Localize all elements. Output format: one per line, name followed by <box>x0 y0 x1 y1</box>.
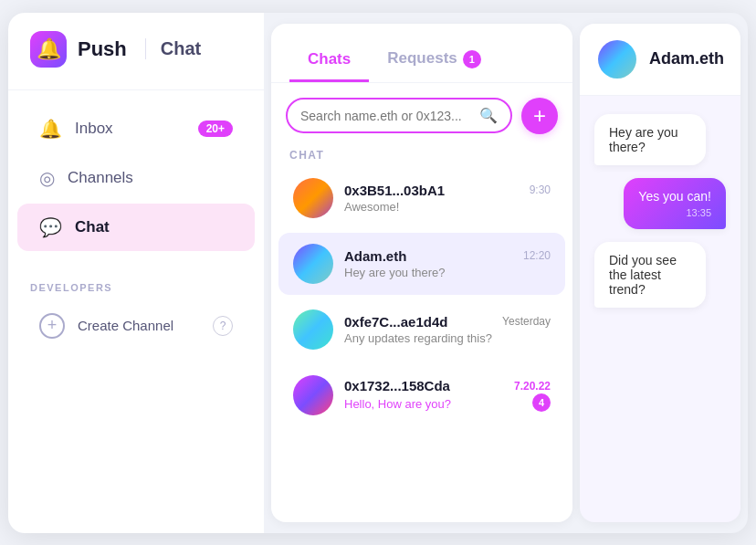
sidebar-item-label: Channels <box>68 169 233 187</box>
contact-avatar <box>598 40 636 79</box>
sidebar: 🔔 Push Chat 🔔 Inbox 20+ ◎ Channels 💬 Cha… <box>8 13 264 533</box>
developers-section-label: DEVELOPERS <box>8 266 264 300</box>
requests-label: Requests <box>387 49 457 67</box>
message-meta: 13:35 <box>638 207 711 218</box>
avatar <box>293 178 333 218</box>
chat-name-row: 0x1732...158Cda 7.20.22 <box>344 378 551 393</box>
tab-requests[interactable]: Requests1 <box>369 42 499 82</box>
contact-name: Adam.eth <box>649 49 724 68</box>
chat-name: 0xfe7C...ae1d4d <box>344 314 447 330</box>
chat-time: 9:30 <box>530 183 551 196</box>
search-row: 🔍 + <box>271 83 572 141</box>
sidebar-nav: 🔔 Inbox 20+ ◎ Channels 💬 Chat <box>8 90 264 266</box>
chat-list-panel: Chats Requests1 🔍 + CHAT 0x3B51...03bA1 … <box>271 24 572 522</box>
sidebar-item-chat[interactable]: 💬 Chat <box>17 204 255 251</box>
sidebar-item-inbox[interactable]: 🔔 Inbox 20+ <box>17 105 255 152</box>
logo-icon: 🔔 <box>30 31 67 68</box>
messages-area: Hey are you there? Yes you can! 13:35 Di… <box>580 96 740 522</box>
chat-list-item[interactable]: 0x3B51...03bA1 9:30 Awesome! <box>278 167 565 229</box>
chat-info: 0x3B51...03bA1 9:30 Awesome! <box>344 183 551 214</box>
chat-list-item[interactable]: Adam.eth 12:20 Hey are you there? <box>278 233 565 295</box>
search-icon: 🔍 <box>479 107 498 124</box>
create-channel-label: Create Channel <box>78 318 200 333</box>
chat-name: 0x1732...158Cda <box>344 378 450 393</box>
inbox-icon: 🔔 <box>39 118 62 140</box>
chat-info: 0x1732...158Cda 7.20.22 Hello, How are y… <box>344 378 551 412</box>
chat-icon: 💬 <box>39 216 62 238</box>
chat-name-row: 0xfe7C...ae1d4d Yesterday <box>344 314 551 330</box>
avatar <box>293 375 333 415</box>
sidebar-header: 🔔 Push Chat <box>8 31 264 90</box>
message-text: Did you see the latest trend? <box>609 253 691 297</box>
chat-preview: Hey are you there? <box>344 266 551 279</box>
chat-bottom-row: Hello, How are you? 4 <box>344 393 551 412</box>
message-bubble-received: Hey are you there? <box>594 114 706 165</box>
chat-time: 12:20 <box>523 249 551 262</box>
chat-window: Adam.eth Hey are you there? Yes you can!… <box>580 24 740 522</box>
message-bubble-received: Did you see the latest trend? <box>594 242 706 308</box>
bell-icon: 🔔 <box>37 37 61 61</box>
help-icon[interactable]: ? <box>213 316 233 336</box>
channels-icon: ◎ <box>39 167 55 189</box>
chat-name-row: 0x3B51...03bA1 9:30 <box>344 183 551 198</box>
sidebar-item-label: Chat <box>75 218 233 236</box>
tab-chats[interactable]: Chats <box>289 43 369 82</box>
message-text: Yes you can! <box>638 189 711 204</box>
inbox-badge: 20+ <box>198 121 233 137</box>
chat-items: 0x3B51...03bA1 9:30 Awesome! Adam.eth 12… <box>271 165 572 522</box>
chat-info: 0xfe7C...ae1d4d Yesterday Any updates re… <box>344 314 551 345</box>
chat-name: 0x3B51...03bA1 <box>344 183 445 198</box>
chat-name: Adam.eth <box>344 248 406 264</box>
app-name: Push <box>78 37 127 61</box>
chat-list-item[interactable]: 0xfe7C...ae1d4d Yesterday Any updates re… <box>278 299 565 361</box>
chat-time: 7.20.22 <box>514 380 551 393</box>
avatar <box>293 309 333 350</box>
chat-list-item[interactable]: 0x1732...158Cda 7.20.22 Hello, How are y… <box>278 364 565 426</box>
message-time: 13:35 <box>686 207 711 218</box>
unread-badge: 4 <box>532 393 551 412</box>
chat-preview: Hello, How are you? <box>344 397 451 411</box>
avatar <box>293 244 333 284</box>
tabs-row: Chats Requests1 <box>271 24 572 83</box>
create-channel-item[interactable]: + Create Channel ? <box>17 300 255 351</box>
search-input[interactable] <box>300 109 472 123</box>
chat-section-label: CHAT <box>271 141 572 165</box>
message-bubble-sent: Yes you can! 13:35 <box>624 178 726 229</box>
chat-preview: Awesome! <box>344 200 551 214</box>
chat-time: Yesterday <box>502 315 551 328</box>
add-chat-button[interactable]: + <box>521 98 558 134</box>
chat-preview: Any updates regarding this? <box>344 331 551 345</box>
requests-badge: 1 <box>463 50 481 68</box>
app-container: 🔔 Push Chat 🔔 Inbox 20+ ◎ Channels 💬 Cha… <box>8 13 748 533</box>
message-text: Hey are you there? <box>609 125 691 154</box>
plus-icon: + <box>39 313 65 339</box>
chat-info: Adam.eth 12:20 Hey are you there? <box>344 248 551 279</box>
sidebar-item-label: Inbox <box>75 120 185 138</box>
app-section-title: Chat <box>145 38 201 59</box>
chat-window-header: Adam.eth <box>580 24 740 96</box>
sidebar-item-channels[interactable]: ◎ Channels <box>17 154 255 202</box>
search-box[interactable]: 🔍 <box>286 98 512 133</box>
chat-name-row: Adam.eth 12:20 <box>344 248 551 264</box>
